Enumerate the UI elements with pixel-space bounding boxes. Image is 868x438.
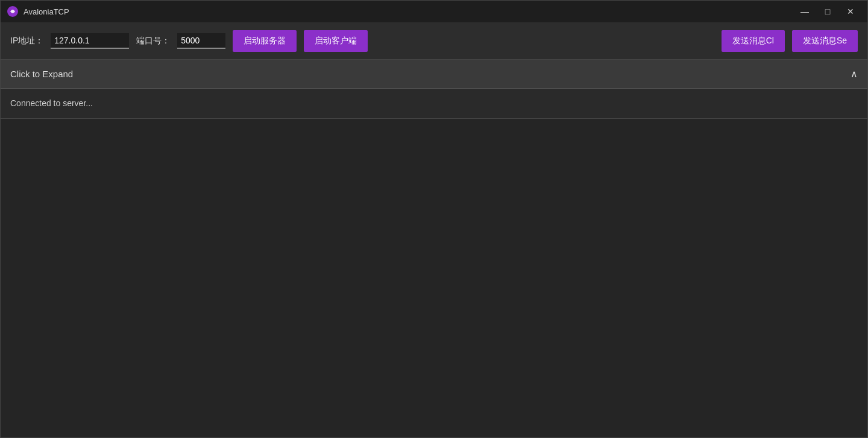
send-message-cl-button[interactable]: 发送消息Cl [722, 30, 785, 52]
log-message: Connected to server... [10, 98, 93, 108]
close-button[interactable]: ✕ [840, 3, 861, 20]
expander-title: Click to Expand [10, 69, 851, 79]
port-input[interactable] [177, 33, 225, 49]
title-bar: AvaloniaТСP — □ ✕ [1, 1, 867, 22]
chevron-up-icon: ∧ [851, 68, 858, 80]
toolbar: IP地址： 端口号： 启动服务器 启动客户端 发送消息Cl 发送消息Se [1, 22, 867, 60]
ip-label: IP地址： [10, 36, 43, 46]
log-area: Connected to server... [1, 89, 867, 119]
content-area [1, 119, 867, 437]
maximize-button[interactable]: □ [817, 3, 838, 20]
expander-header[interactable]: Click to Expand ∧ [1, 60, 867, 89]
window-controls: — □ ✕ [794, 3, 861, 20]
minimize-button[interactable]: — [794, 3, 816, 20]
ip-input[interactable] [51, 33, 129, 49]
app-logo [7, 5, 19, 17]
port-label: 端口号： [136, 36, 170, 46]
send-message-se-button[interactable]: 发送消息Se [792, 30, 858, 52]
app-window: AvaloniaТСP — □ ✕ IP地址： 端口号： 启动服务器 启动客户端… [0, 0, 868, 438]
app-title: AvaloniaТСP [24, 7, 794, 16]
start-client-button[interactable]: 启动客户端 [304, 30, 368, 52]
start-server-button[interactable]: 启动服务器 [233, 30, 297, 52]
